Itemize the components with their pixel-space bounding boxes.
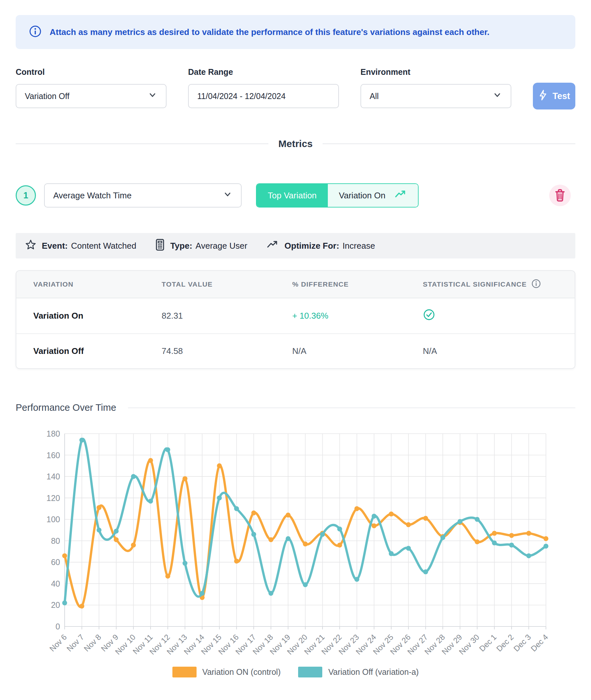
event-value: Content Watched xyxy=(71,241,136,251)
calculator-icon xyxy=(155,239,165,253)
top-variation-value: Variation On xyxy=(339,190,386,201)
delete-metric-button[interactable] xyxy=(549,185,571,206)
row-difference: N/A xyxy=(275,346,406,356)
svg-text:Dec 2: Dec 2 xyxy=(495,632,515,653)
svg-text:100: 100 xyxy=(46,515,60,524)
row-total-value: 74.58 xyxy=(145,346,275,356)
control-select-value: Variation Off xyxy=(25,92,148,101)
chevron-down-icon xyxy=(492,90,502,102)
column-header-difference: % Difference xyxy=(275,280,406,288)
divider-line xyxy=(16,143,268,144)
type-value: Average User xyxy=(196,241,248,251)
results-table: Variation Total Value % Difference Stati… xyxy=(16,270,575,369)
trending-up-icon xyxy=(266,240,279,252)
chart-legend: Variation ON (control)Variation Off (var… xyxy=(16,667,575,678)
top-variation-label: Top Variation xyxy=(257,184,328,207)
row-significance xyxy=(406,308,575,323)
svg-text:160: 160 xyxy=(46,451,60,460)
column-header-total-value: Total Value xyxy=(145,280,275,288)
row-variation-name: Variation Off xyxy=(16,346,145,356)
metric-number-badge: 1 xyxy=(16,185,36,206)
check-circle-icon xyxy=(423,313,435,323)
test-button[interactable]: Test xyxy=(533,83,575,110)
metric-row: 1 Average Watch Time Top Variation Varia… xyxy=(16,183,575,208)
control-label: Control xyxy=(16,67,167,77)
date-range-label: Date Range xyxy=(188,67,339,77)
environment-select[interactable]: All xyxy=(360,84,511,108)
top-variation-badge: Top Variation Variation On xyxy=(256,183,418,208)
metric-select[interactable]: Average Watch Time xyxy=(44,183,242,208)
legend-label: Variation Off (variation-a) xyxy=(328,667,418,677)
svg-text:Nov 8: Nov 8 xyxy=(82,632,103,653)
type-label: Type: xyxy=(170,241,192,251)
svg-text:60: 60 xyxy=(51,558,60,567)
row-significance: N/A xyxy=(406,346,575,356)
trending-up-icon xyxy=(394,189,407,201)
legend-swatch xyxy=(298,667,322,678)
bolt-icon xyxy=(538,90,548,103)
row-variation-name: Variation On xyxy=(16,311,145,321)
control-select[interactable]: Variation Off xyxy=(16,84,167,108)
test-button-label: Test xyxy=(552,91,570,101)
metric-select-value: Average Watch Time xyxy=(53,190,223,201)
table-header-row: Variation Total Value % Difference Stati… xyxy=(16,271,575,298)
svg-text:40: 40 xyxy=(51,579,60,588)
date-range-value: 11/04/2024 - 12/04/2024 xyxy=(197,92,330,101)
optimize-label: Optimize For: xyxy=(284,241,339,251)
svg-text:Dec 1: Dec 1 xyxy=(477,632,498,653)
metrics-divider: Metrics xyxy=(16,138,575,149)
info-icon[interactable] xyxy=(531,279,541,290)
svg-text:0: 0 xyxy=(56,622,60,631)
filter-row: Control Variation Off Date Range 11/04/2… xyxy=(16,67,575,108)
metric-number: 1 xyxy=(23,190,28,201)
performance-chart: 020406080100120140160180Nov 6Nov 7Nov 8N… xyxy=(16,416,575,678)
svg-text:Dec 3: Dec 3 xyxy=(512,632,532,653)
performance-title: Performance Over Time xyxy=(16,402,116,413)
chevron-down-icon xyxy=(223,189,233,201)
event-label: Event: xyxy=(42,241,68,251)
svg-text:Nov 6: Nov 6 xyxy=(48,632,68,653)
optimize-value: Increase xyxy=(342,241,375,251)
info-icon xyxy=(29,25,42,39)
banner-text: Attach as many metrics as desired to val… xyxy=(50,27,489,37)
environment-label: Environment xyxy=(360,67,511,77)
column-header-significance: Statistical Significance xyxy=(406,279,575,290)
performance-divider-line xyxy=(128,408,575,408)
legend-item[interactable]: Variation Off (variation-a) xyxy=(298,667,418,678)
metrics-section-title: Metrics xyxy=(278,138,313,149)
line-chart-canvas: 020406080100120140160180Nov 6Nov 7Nov 8N… xyxy=(16,416,575,664)
legend-item[interactable]: Variation ON (control) xyxy=(173,667,281,678)
date-range-input[interactable]: 11/04/2024 - 12/04/2024 xyxy=(188,84,339,108)
star-icon xyxy=(25,239,37,253)
svg-text:140: 140 xyxy=(46,472,60,481)
svg-text:Dec 4: Dec 4 xyxy=(529,632,549,653)
row-difference: + 10.36% xyxy=(275,311,406,321)
environment-select-value: All xyxy=(370,92,492,101)
trash-icon xyxy=(554,188,566,203)
table-row: Variation Off 74.58 N/A N/A xyxy=(16,333,575,368)
chevron-down-icon xyxy=(148,90,157,102)
svg-text:120: 120 xyxy=(46,493,60,503)
svg-text:80: 80 xyxy=(51,536,60,545)
svg-text:20: 20 xyxy=(51,600,60,609)
legend-swatch xyxy=(173,667,197,678)
column-header-significance-label: Statistical Significance xyxy=(423,280,527,288)
legend-label: Variation ON (control) xyxy=(202,667,281,677)
table-row: Variation On 82.31 + 10.36% xyxy=(16,298,575,333)
divider-line xyxy=(323,143,575,144)
row-total-value: 82.31 xyxy=(145,311,275,321)
info-banner: Attach as many metrics as desired to val… xyxy=(16,15,575,49)
svg-text:180: 180 xyxy=(46,429,60,438)
svg-text:Nov 7: Nov 7 xyxy=(65,632,85,653)
column-header-variation: Variation xyxy=(16,280,145,288)
metric-event-bar: Event: Content Watched Type: Average Use… xyxy=(16,233,575,258)
